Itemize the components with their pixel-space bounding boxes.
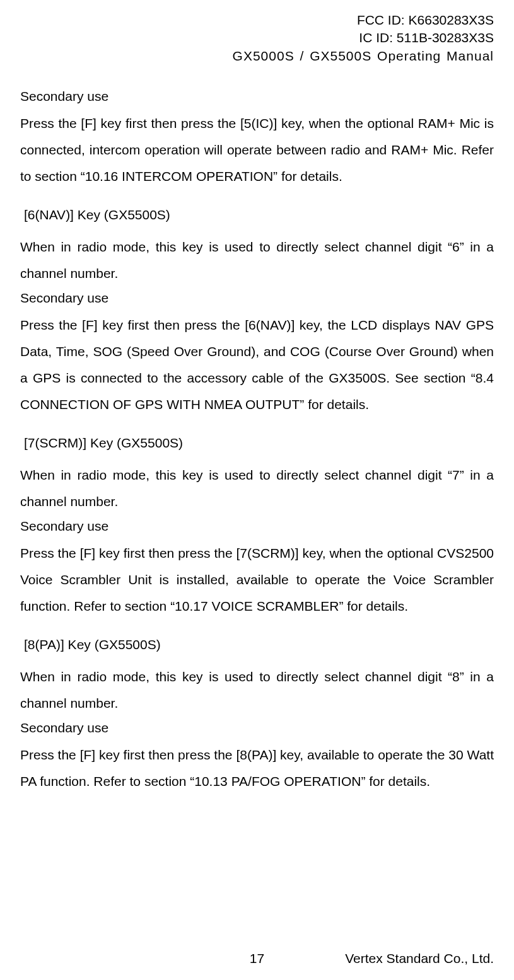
secondary-use-label: Secondary use (20, 519, 494, 534)
key-heading-6nav: [6(NAV)] Key (GX5500S) (24, 207, 494, 222)
body-paragraph: Press the [F] key first then press the [… (20, 742, 494, 795)
body-paragraph: When in radio mode, this key is used to … (20, 664, 494, 717)
fcc-id: FCC ID: K6630283X3S (20, 11, 494, 29)
body-paragraph: Press the [F] key first then press the [… (20, 540, 494, 620)
body-paragraph: Press the [F] key first then press the [… (20, 312, 494, 418)
model-title: GX5000S / GX5500S Operating Manual (20, 47, 494, 65)
key-heading-7scrm: [7(SCRM)] Key (GX5500S) (24, 435, 494, 451)
page-number: 17 (250, 951, 264, 966)
body-paragraph: When in radio mode, this key is used to … (20, 462, 494, 515)
secondary-use-label: Secondary use (20, 291, 494, 306)
body-paragraph: Press the [F] key first then press the [… (20, 110, 494, 190)
company-name: Vertex Standard Co., Ltd. (345, 951, 494, 966)
ic-id: IC ID: 511B-30283X3S (20, 29, 494, 47)
body-paragraph: When in radio mode, this key is used to … (20, 234, 494, 287)
secondary-use-label: Secondary use (20, 89, 494, 104)
page-header: FCC ID: K6630283X3S IC ID: 511B-30283X3S… (20, 11, 494, 65)
secondary-use-label: Secondary use (20, 720, 494, 735)
page-footer: 17 Vertex Standard Co., Ltd. (20, 951, 494, 966)
key-heading-8pa: [8(PA)] Key (GX5500S) (24, 637, 494, 652)
